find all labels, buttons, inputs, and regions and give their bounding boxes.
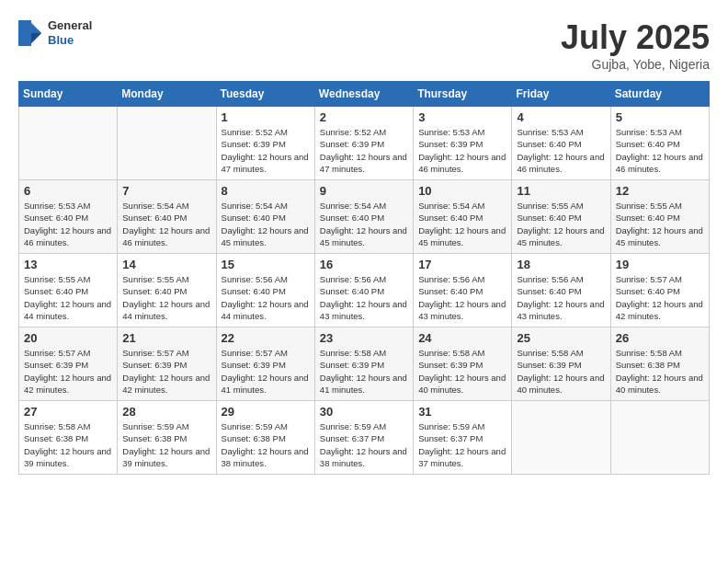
calendar-cell	[512, 401, 610, 475]
day-number: 27	[24, 405, 112, 419]
day-info: Sunrise: 5:53 AM Sunset: 6:40 PM Dayligh…	[517, 126, 605, 175]
calendar-cell: 5Sunrise: 5:53 AM Sunset: 6:40 PM Daylig…	[610, 107, 709, 180]
week-row-5: 27Sunrise: 5:58 AM Sunset: 6:38 PM Dayli…	[19, 401, 710, 475]
calendar-cell: 9Sunrise: 5:54 AM Sunset: 6:40 PM Daylig…	[314, 180, 413, 254]
week-row-4: 20Sunrise: 5:57 AM Sunset: 6:39 PM Dayli…	[19, 327, 710, 401]
day-info: Sunrise: 5:56 AM Sunset: 6:40 PM Dayligh…	[320, 273, 408, 322]
location: Gujba, Yobe, Nigeria	[561, 57, 710, 72]
day-number: 17	[418, 258, 506, 271]
day-number: 11	[517, 184, 605, 198]
calendar-cell: 14Sunrise: 5:55 AM Sunset: 6:40 PM Dayli…	[118, 254, 216, 327]
col-header-sunday: Sunday	[19, 82, 118, 107]
calendar-cell: 28Sunrise: 5:59 AM Sunset: 6:38 PM Dayli…	[118, 401, 216, 475]
day-info: Sunrise: 5:59 AM Sunset: 6:37 PM Dayligh…	[320, 420, 408, 469]
day-number: 22	[222, 331, 310, 345]
calendar-cell: 7Sunrise: 5:54 AM Sunset: 6:40 PM Daylig…	[118, 180, 216, 254]
day-info: Sunrise: 5:58 AM Sunset: 6:38 PM Dayligh…	[616, 347, 704, 396]
week-row-1: 1Sunrise: 5:52 AM Sunset: 6:39 PM Daylig…	[19, 107, 710, 180]
calendar-cell: 25Sunrise: 5:58 AM Sunset: 6:39 PM Dayli…	[512, 327, 610, 401]
calendar-cell: 22Sunrise: 5:57 AM Sunset: 6:39 PM Dayli…	[216, 327, 314, 401]
day-number: 1	[222, 110, 310, 124]
day-info: Sunrise: 5:52 AM Sunset: 6:39 PM Dayligh…	[320, 126, 408, 175]
calendar-table: SundayMondayTuesdayWednesdayThursdayFrid…	[18, 81, 710, 475]
day-info: Sunrise: 5:58 AM Sunset: 6:38 PM Dayligh…	[24, 420, 112, 469]
day-info: Sunrise: 5:55 AM Sunset: 6:40 PM Dayligh…	[24, 273, 112, 322]
day-info: Sunrise: 5:56 AM Sunset: 6:40 PM Dayligh…	[222, 273, 310, 322]
day-info: Sunrise: 5:55 AM Sunset: 6:40 PM Dayligh…	[122, 273, 210, 322]
col-header-friday: Friday	[512, 82, 610, 107]
day-info: Sunrise: 5:54 AM Sunset: 6:40 PM Dayligh…	[222, 200, 310, 248]
logo-icon	[18, 20, 44, 46]
day-info: Sunrise: 5:57 AM Sunset: 6:39 PM Dayligh…	[222, 347, 310, 396]
calendar-cell: 16Sunrise: 5:56 AM Sunset: 6:40 PM Dayli…	[314, 254, 413, 327]
calendar-cell: 1Sunrise: 5:52 AM Sunset: 6:39 PM Daylig…	[216, 107, 314, 180]
day-number: 16	[320, 258, 408, 271]
calendar-cell: 6Sunrise: 5:53 AM Sunset: 6:40 PM Daylig…	[19, 180, 118, 254]
calendar-cell: 30Sunrise: 5:59 AM Sunset: 6:37 PM Dayli…	[314, 401, 413, 475]
day-number: 5	[616, 110, 704, 124]
day-number: 25	[517, 331, 605, 345]
col-header-tuesday: Tuesday	[216, 82, 314, 107]
day-number: 30	[320, 405, 408, 419]
day-info: Sunrise: 5:59 AM Sunset: 6:38 PM Dayligh…	[222, 420, 310, 469]
day-number: 20	[24, 331, 112, 345]
day-number: 2	[320, 110, 408, 124]
col-header-thursday: Thursday	[414, 82, 512, 107]
calendar-cell: 17Sunrise: 5:56 AM Sunset: 6:40 PM Dayli…	[414, 254, 512, 327]
day-number: 4	[517, 110, 605, 124]
calendar-cell: 24Sunrise: 5:58 AM Sunset: 6:39 PM Dayli…	[414, 327, 512, 401]
day-info: Sunrise: 5:57 AM Sunset: 6:40 PM Dayligh…	[616, 273, 704, 322]
logo: General Blue	[18, 18, 92, 47]
day-info: Sunrise: 5:55 AM Sunset: 6:40 PM Dayligh…	[517, 200, 605, 248]
day-number: 12	[616, 184, 704, 198]
calendar-cell: 29Sunrise: 5:59 AM Sunset: 6:38 PM Dayli…	[216, 401, 314, 475]
day-info: Sunrise: 5:59 AM Sunset: 6:37 PM Dayligh…	[418, 420, 506, 469]
calendar-cell	[118, 107, 216, 180]
week-row-3: 13Sunrise: 5:55 AM Sunset: 6:40 PM Dayli…	[19, 254, 710, 327]
col-header-wednesday: Wednesday	[314, 82, 413, 107]
day-info: Sunrise: 5:54 AM Sunset: 6:40 PM Dayligh…	[320, 200, 408, 248]
calendar-cell: 4Sunrise: 5:53 AM Sunset: 6:40 PM Daylig…	[512, 107, 610, 180]
day-info: Sunrise: 5:59 AM Sunset: 6:38 PM Dayligh…	[122, 420, 210, 469]
calendar-cell: 31Sunrise: 5:59 AM Sunset: 6:37 PM Dayli…	[414, 401, 512, 475]
calendar-cell: 27Sunrise: 5:58 AM Sunset: 6:38 PM Dayli…	[19, 401, 118, 475]
page-header: General Blue July 2025 Gujba, Yobe, Nige…	[18, 18, 710, 72]
day-number: 8	[222, 184, 310, 198]
calendar-cell: 10Sunrise: 5:54 AM Sunset: 6:40 PM Dayli…	[414, 180, 512, 254]
calendar-cell: 12Sunrise: 5:55 AM Sunset: 6:40 PM Dayli…	[610, 180, 709, 254]
day-number: 6	[24, 184, 112, 198]
day-info: Sunrise: 5:56 AM Sunset: 6:40 PM Dayligh…	[418, 273, 506, 322]
day-info: Sunrise: 5:53 AM Sunset: 6:39 PM Dayligh…	[418, 126, 506, 175]
title-block: July 2025 Gujba, Yobe, Nigeria	[561, 18, 710, 72]
calendar-cell: 13Sunrise: 5:55 AM Sunset: 6:40 PM Dayli…	[19, 254, 118, 327]
day-number: 24	[418, 331, 506, 345]
day-number: 18	[517, 258, 605, 271]
calendar-cell: 20Sunrise: 5:57 AM Sunset: 6:39 PM Dayli…	[19, 327, 118, 401]
calendar-cell: 23Sunrise: 5:58 AM Sunset: 6:39 PM Dayli…	[314, 327, 413, 401]
col-header-monday: Monday	[118, 82, 216, 107]
day-info: Sunrise: 5:57 AM Sunset: 6:39 PM Dayligh…	[24, 347, 112, 396]
col-header-saturday: Saturday	[610, 82, 709, 107]
day-info: Sunrise: 5:54 AM Sunset: 6:40 PM Dayligh…	[418, 200, 506, 248]
day-info: Sunrise: 5:57 AM Sunset: 6:39 PM Dayligh…	[122, 347, 210, 396]
logo-blue: Blue	[48, 33, 92, 48]
day-info: Sunrise: 5:54 AM Sunset: 6:40 PM Dayligh…	[122, 200, 210, 248]
svg-rect-3	[18, 20, 31, 46]
day-info: Sunrise: 5:53 AM Sunset: 6:40 PM Dayligh…	[24, 200, 112, 248]
calendar-cell: 11Sunrise: 5:55 AM Sunset: 6:40 PM Dayli…	[512, 180, 610, 254]
calendar-cell: 26Sunrise: 5:58 AM Sunset: 6:38 PM Dayli…	[610, 327, 709, 401]
day-number: 31	[418, 405, 506, 419]
week-row-2: 6Sunrise: 5:53 AM Sunset: 6:40 PM Daylig…	[19, 180, 710, 254]
day-info: Sunrise: 5:58 AM Sunset: 6:39 PM Dayligh…	[418, 347, 506, 396]
day-number: 9	[320, 184, 408, 198]
day-number: 3	[418, 110, 506, 124]
calendar-cell: 2Sunrise: 5:52 AM Sunset: 6:39 PM Daylig…	[314, 107, 413, 180]
day-number: 26	[616, 331, 704, 345]
calendar-cell: 8Sunrise: 5:54 AM Sunset: 6:40 PM Daylig…	[216, 180, 314, 254]
day-info: Sunrise: 5:58 AM Sunset: 6:39 PM Dayligh…	[320, 347, 408, 396]
day-number: 7	[122, 184, 210, 198]
calendar-cell	[19, 107, 118, 180]
day-number: 14	[122, 258, 210, 271]
day-number: 29	[222, 405, 310, 419]
logo-text: General Blue	[48, 18, 92, 47]
